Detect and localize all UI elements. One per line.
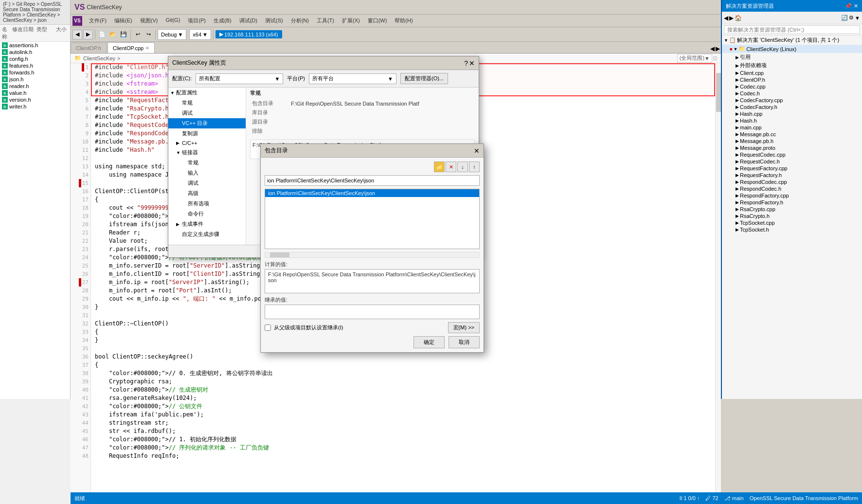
sol-home-icon[interactable]: 🏠 [735, 15, 742, 21]
config-dropdown[interactable]: 所有配置 ▼ [196, 73, 283, 84]
sol-project-root[interactable]: ■▼📁ClientSecKey (Linux) [722, 45, 862, 53]
scope-dropdown[interactable]: (全局范围) ▼ [677, 54, 712, 63]
redo-button[interactable]: ↪ [144, 30, 153, 39]
sol-tree-item[interactable]: ▶外部依赖项 [722, 61, 862, 70]
dialog-tree-item[interactable]: ▶C/C++ [168, 139, 246, 147]
file-item[interactable]: h value.h [0, 90, 70, 96]
sol-tree-item[interactable]: ▶Client.cpp [722, 70, 862, 76]
menu-item[interactable]: 调试(D) [235, 16, 261, 25]
sol-tree-item[interactable]: ▶RequestCodec.h [722, 158, 862, 165]
menu-item[interactable]: 分析(N) [287, 16, 313, 25]
dialog-tree-item[interactable]: 高级 [168, 188, 246, 198]
sol-tree-item[interactable]: ▶RequestFactory.h [722, 172, 862, 179]
tab-clientoph[interactable]: ClientOP.h [71, 42, 107, 53]
sol-tree-item[interactable]: ▶Message.pb.h [722, 138, 862, 144]
file-item[interactable]: h version.h [0, 96, 70, 103]
sol-forward-icon[interactable]: ▶ [729, 15, 734, 21]
sol-refresh-icon[interactable]: 🔄 [841, 15, 848, 21]
menu-item[interactable]: Git(G) [162, 16, 184, 25]
sol-tree-item[interactable]: ▶Hash.cpp [722, 110, 862, 117]
file-item[interactable]: h config.h [0, 55, 70, 62]
sol-close-icon[interactable]: ✕ [854, 3, 858, 9]
path-list-item[interactable]: ion Platform\ClientSecKey\ClientSecKey\j… [265, 189, 479, 197]
dialog-tree-item[interactable]: 命令行 [168, 209, 246, 219]
forward-button[interactable]: ▶ [83, 30, 93, 39]
sol-tree-item[interactable]: ▶RespondFactory.cpp [722, 192, 862, 199]
sol-tree-item[interactable]: ▶Hash.h [722, 117, 862, 124]
sol-tree-item[interactable]: ▶RequestFactory.cpp [722, 165, 862, 172]
inner-tool-down-icon[interactable]: ↓ [457, 162, 468, 172]
inner-ok-btn[interactable]: 确定 [413, 336, 445, 348]
h-scrollbar[interactable] [265, 252, 480, 258]
inner-cancel-btn[interactable]: 取消 [449, 336, 480, 348]
file-item[interactable]: h assertions.h [0, 42, 70, 49]
platform-combo[interactable]: x64 ▼ [189, 29, 211, 40]
sol-tree-item[interactable]: ▶RespondCodec.cpp [722, 179, 862, 185]
dialog-tree-item[interactable]: ▼链接器 [168, 147, 246, 158]
sol-tree-item[interactable]: ▶Message.pb.cc [722, 131, 862, 138]
sol-tree-item[interactable]: ▶ClientOP.h [722, 76, 862, 83]
editor-scrollbar[interactable] [715, 63, 721, 492]
dialog-tree-item[interactable]: 复制源 [168, 128, 246, 139]
back-button[interactable]: ◀ [72, 30, 82, 39]
sol-back-icon[interactable]: ◀ [724, 15, 728, 21]
scope-expand-btn[interactable] [713, 56, 717, 60]
tab-clientopcpp[interactable]: ClientOP.cpp ✕ [108, 42, 155, 53]
undo-button[interactable]: ↩ [133, 30, 143, 39]
sol-tree-item[interactable]: ▶RequestCodec.cpp [722, 151, 862, 158]
menu-item[interactable]: 窗口(W) [364, 16, 391, 25]
sol-solution-root[interactable]: ▼📋解决方案 'ClientSecKey' (1 个项目, 共 1 个) [722, 36, 862, 45]
menu-item[interactable]: 生成(B) [210, 16, 235, 25]
dialog-tree-item[interactable]: 调试 [168, 178, 246, 188]
new-file-button[interactable]: 📄 [97, 30, 107, 39]
sol-filter-icon[interactable]: ▼ [855, 15, 860, 21]
sol-tree-item[interactable]: ▶Codec.h [722, 90, 862, 97]
file-item[interactable]: h forwards.h [0, 69, 70, 76]
path-list[interactable]: ion Platform\ClientSecKey\ClientSecKey\j… [265, 189, 480, 249]
sol-pin-icon[interactable]: 📌 [845, 3, 852, 9]
inherit-checkbox[interactable] [265, 324, 271, 331]
menu-item[interactable]: 编辑(E) [110, 16, 136, 25]
macro-btn[interactable]: 宏(M) >> [448, 322, 480, 333]
sol-tree-item[interactable]: ▶CodecFactory.cpp [722, 97, 862, 104]
inner-dialog-close-icon[interactable]: ✕ [474, 147, 480, 155]
dialog-tree-item[interactable]: ▼配置属性 [168, 88, 246, 98]
file-item[interactable]: h json.h [0, 76, 70, 83]
sol-tree-item[interactable]: ▶Message.proto [722, 144, 862, 151]
path-input[interactable] [267, 178, 477, 183]
sol-tree-item[interactable]: ▶引用 [722, 53, 862, 61]
menu-item[interactable]: 扩展(X) [338, 16, 364, 25]
file-item[interactable]: h features.h [0, 62, 70, 69]
sol-tree-item[interactable]: ▶TcpSocket.cpp [722, 219, 862, 226]
tab-close-icon[interactable]: ✕ [145, 46, 149, 51]
tab-scroll-right-icon[interactable]: ▶ [716, 45, 720, 52]
menu-item[interactable]: 工具(T) [313, 16, 338, 25]
sol-tree-item[interactable]: ▶main.cpp [722, 124, 862, 131]
file-item[interactable]: h writer.h [0, 103, 70, 110]
sol-tree-item[interactable]: ▶TcpSocket.h [722, 226, 862, 233]
dialog-help-icon[interactable]: ? [464, 59, 468, 67]
scroll-thumb[interactable] [716, 73, 721, 112]
dialog-tree-item[interactable]: VC++ 目录 [168, 118, 246, 128]
run-button[interactable]: ▶ 192.168.111.133 (x64) [216, 30, 282, 38]
dialog-tree-item[interactable]: 常规 [168, 98, 246, 108]
sol-tree-item[interactable]: ▶RespondFactory.h [722, 199, 862, 206]
dialog-tree-item[interactable]: 自定义生成步骤 [168, 229, 246, 239]
sol-tree-item[interactable]: ▶RespondCodec.h [722, 185, 862, 192]
menu-item[interactable]: 帮助(H) [391, 16, 416, 25]
inner-tool-new-icon[interactable]: 📁 [434, 162, 445, 172]
sol-tree-item[interactable]: ▶CodecFactory.h [722, 104, 862, 110]
sol-settings-icon[interactable]: ⚙ [849, 15, 854, 21]
dialog-close-icon[interactable]: ✕ [469, 59, 475, 67]
dialog-tree-item[interactable]: ▶生成事件 [168, 219, 246, 229]
sol-tree-item[interactable]: ▶RsaCrypto.cpp [722, 206, 862, 213]
sol-tree-item[interactable]: ▶RsaCrypto.h [722, 213, 862, 219]
sol-tree-item[interactable]: ▶Codec.cpp [722, 83, 862, 90]
open-button[interactable]: 📂 [108, 30, 118, 39]
menu-item[interactable]: 视图(V) [136, 16, 162, 25]
save-button[interactable]: 💾 [119, 30, 128, 39]
tab-scroll-left-icon[interactable]: ◀ [710, 45, 715, 52]
config-combo[interactable]: Debug ▼ [158, 29, 186, 40]
file-item[interactable]: h autolink.h [0, 49, 70, 55]
h-scroll-thumb[interactable] [270, 252, 289, 257]
